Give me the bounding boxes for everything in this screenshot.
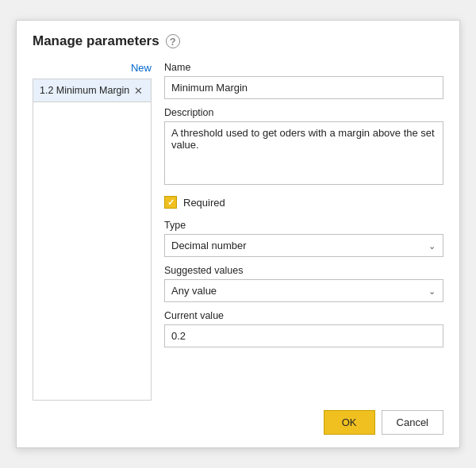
dialog-footer: OK Cancel <box>17 401 459 447</box>
new-param-link[interactable]: New <box>131 62 152 74</box>
type-select[interactable]: Decimal number Whole number Text Date Da… <box>164 234 443 257</box>
param-item-label: 1.2 Minimum Margin <box>40 85 132 96</box>
suggested-field-group: Suggested values Any value List of value… <box>164 265 443 302</box>
name-input[interactable] <box>164 76 443 99</box>
param-item-close-icon[interactable]: ✕ <box>132 86 144 96</box>
left-panel: New 1.2 Minimum Margin ✕ <box>33 59 152 401</box>
required-label: Required <box>183 197 225 209</box>
current-value-input[interactable] <box>164 324 443 347</box>
type-select-wrapper: Decimal number Whole number Text Date Da… <box>164 234 443 257</box>
current-value-field-group: Current value <box>164 310 443 347</box>
dialog-body: New 1.2 Minimum Margin ✕ Name Descriptio… <box>17 59 459 401</box>
manage-parameters-dialog: Manage parameters ? New 1.2 Minimum Marg… <box>16 20 460 448</box>
name-label: Name <box>164 62 443 73</box>
description-input[interactable]: A threshold used to get oders with a mar… <box>164 121 443 185</box>
ok-button[interactable]: OK <box>324 410 375 435</box>
name-field-group: Name <box>164 62 443 99</box>
dialog-header: Manage parameters ? <box>17 21 459 59</box>
required-row: ✓ Required <box>164 193 443 212</box>
param-list: 1.2 Minimum Margin ✕ <box>33 79 152 401</box>
description-label: Description <box>164 107 443 118</box>
cancel-button[interactable]: Cancel <box>382 410 443 435</box>
suggested-label: Suggested values <box>164 265 443 276</box>
dialog-title: Manage parameters <box>33 33 159 49</box>
help-icon[interactable]: ? <box>166 34 180 48</box>
suggested-select-wrapper: Any value List of values ⌄ <box>164 279 443 302</box>
suggested-select[interactable]: Any value List of values <box>164 279 443 302</box>
checkmark-icon: ✓ <box>167 198 175 207</box>
param-item[interactable]: 1.2 Minimum Margin ✕ <box>33 79 151 102</box>
current-value-label: Current value <box>164 310 443 321</box>
right-panel: Name Description A threshold used to get… <box>164 59 443 401</box>
left-panel-header: New <box>33 59 152 79</box>
type-field-group: Type Decimal number Whole number Text Da… <box>164 220 443 257</box>
description-field-group: Description A threshold used to get oder… <box>164 107 443 185</box>
required-checkbox[interactable]: ✓ <box>164 196 177 209</box>
type-label: Type <box>164 220 443 231</box>
